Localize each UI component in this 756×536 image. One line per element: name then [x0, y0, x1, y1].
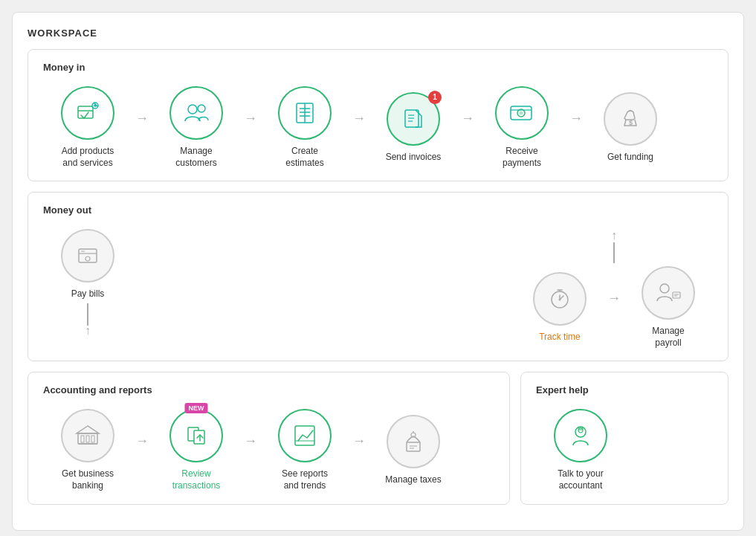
- up-arrow-connector: ↑: [85, 303, 91, 338]
- svg-rect-44: [295, 426, 314, 445]
- add-products-icon-circle: [61, 86, 114, 140]
- arrow-4: →: [461, 111, 474, 126]
- review-transactions-item[interactable]: NEW Reviewtransactions: [152, 409, 241, 491]
- svg-point-52: [578, 428, 583, 433]
- workspace-container: WORKSPACE Money in Add product: [12, 12, 744, 531]
- add-products-label: Add productsand services: [62, 146, 114, 169]
- svg-rect-39: [91, 436, 94, 442]
- pay-bills-label: Pay bills: [71, 288, 105, 300]
- receive-payments-label: Receivepayments: [503, 146, 541, 169]
- svg-point-31: [660, 284, 669, 293]
- vertical-line: [87, 303, 88, 326]
- expert-help-flow: Talk to youraccountant: [536, 409, 713, 491]
- svg-point-19: [520, 112, 523, 115]
- money-in-title: Money in: [43, 62, 713, 73]
- bottom-row: Accounting and reports Get: [28, 372, 728, 514]
- right-money-out: ↑: [515, 229, 713, 349]
- get-banking-item[interactable]: Get businessbanking: [43, 409, 132, 491]
- accounting-section: Accounting and reports Get: [28, 372, 510, 504]
- arrow-banking: →: [135, 433, 149, 449]
- send-invoices-item[interactable]: 1 Send invoices: [369, 92, 458, 164]
- svg-rect-24: [81, 251, 85, 252]
- svg-point-23: [85, 256, 90, 261]
- manage-taxes-icon-circle: [387, 415, 440, 468]
- svg-text:$: $: [629, 119, 633, 126]
- see-reports-icon-circle: [278, 409, 332, 462]
- track-time-label: Track time: [539, 332, 581, 343]
- expert-help-title: Expert help: [536, 384, 713, 395]
- accounting-title: Accounting and reports: [43, 384, 494, 395]
- arrow-3: →: [352, 111, 366, 126]
- money-in-section: Money in Add productsand services: [28, 49, 728, 181]
- svg-marker-36: [77, 426, 99, 433]
- track-time-item[interactable]: Track time: [515, 272, 604, 343]
- svg-rect-38: [86, 436, 89, 442]
- manage-customers-icon-circle: [169, 86, 223, 140]
- up-connector-invoices: ↑: [611, 229, 617, 263]
- see-reports-label: See reportsand trends: [282, 468, 328, 491]
- accounting-flow: Get businessbanking → NEW Reviewt: [43, 409, 494, 491]
- get-funding-item[interactable]: $ Get funding: [586, 92, 675, 164]
- money-out-title: Money out: [43, 204, 713, 216]
- vertical-line-2: [613, 242, 615, 263]
- arrow-2: →: [244, 111, 257, 126]
- money-out-flow: Pay bills ↑ ↑: [43, 229, 713, 349]
- svg-rect-37: [81, 436, 84, 442]
- send-invoices-icon-circle: 1: [387, 92, 440, 146]
- get-funding-icon-circle: $: [604, 92, 657, 146]
- create-estimates-label: Createestimates: [285, 146, 323, 169]
- get-funding-label: Get funding: [607, 152, 653, 164]
- manage-taxes-label: Manage taxes: [385, 474, 441, 486]
- add-products-item[interactable]: Add productsand services: [43, 86, 132, 169]
- get-banking-icon-circle: [61, 409, 114, 462]
- new-badge: NEW: [185, 403, 208, 413]
- arrow-track: →: [607, 291, 621, 306]
- up-arrow: ↑: [85, 324, 91, 338]
- talk-accountant-label: Talk to youraccountant: [558, 468, 603, 491]
- arrow-1: →: [135, 111, 149, 126]
- pay-bills-with-connector: Pay bills ↑: [43, 229, 132, 338]
- arrow-transactions: →: [244, 433, 257, 449]
- pay-bills-item[interactable]: Pay bills: [43, 229, 132, 300]
- get-banking-label: Get businessbanking: [62, 468, 114, 491]
- money-out-section: Money out Pay bills: [28, 192, 728, 361]
- pay-bills-icon-circle: [61, 229, 114, 282]
- up-arrow-2: ↑: [611, 229, 617, 242]
- svg-point-6: [198, 105, 205, 112]
- see-reports-item[interactable]: See reportsand trends: [260, 409, 349, 491]
- create-estimates-icon-circle: [278, 86, 332, 140]
- arrow-reports: →: [352, 433, 366, 449]
- svg-rect-32: [673, 292, 680, 298]
- receive-payments-icon-circle: [495, 86, 549, 140]
- create-estimates-item[interactable]: Createestimates: [260, 86, 349, 169]
- review-transactions-icon-circle: NEW: [169, 409, 223, 462]
- manage-payroll-item[interactable]: Managepayroll: [624, 266, 713, 349]
- svg-point-29: [559, 298, 561, 300]
- invoice-badge: 1: [428, 91, 442, 104]
- review-transactions-label: Reviewtransactions: [172, 468, 221, 491]
- talk-accountant-item[interactable]: Talk to youraccountant: [536, 409, 625, 491]
- track-time-icon-circle: [533, 272, 587, 326]
- track-payroll-row: Track time →: [515, 266, 713, 349]
- talk-accountant-icon-circle: [554, 409, 607, 462]
- money-in-flow: Add productsand services → Managecustome…: [43, 86, 713, 169]
- manage-taxes-item[interactable]: Manage taxes: [369, 415, 458, 486]
- send-invoices-label: Send invoices: [386, 152, 442, 164]
- manage-payroll-label: Managepayroll: [652, 326, 684, 349]
- receive-payments-item[interactable]: Receivepayments: [477, 86, 566, 169]
- manage-customers-item[interactable]: Managecustomers: [152, 86, 241, 169]
- workspace-title: WORKSPACE: [28, 28, 728, 39]
- arrow-5: →: [569, 111, 583, 126]
- svg-rect-46: [407, 442, 420, 451]
- expert-help-section: Expert help Talk to youraccountant: [520, 372, 728, 504]
- manage-payroll-icon-circle: [642, 266, 695, 320]
- svg-point-5: [188, 105, 197, 114]
- manage-customers-label: Managecustomers: [175, 146, 216, 169]
